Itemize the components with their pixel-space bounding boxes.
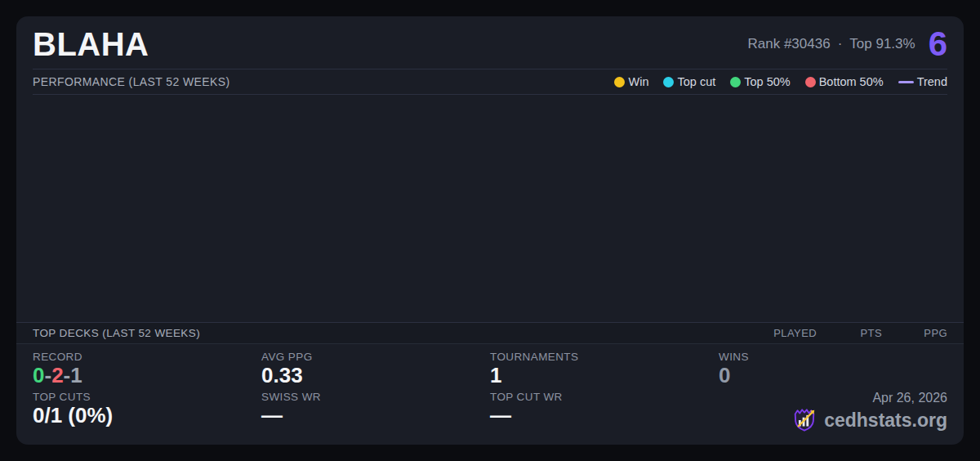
footer-date: Apr 26, 2026 bbox=[872, 391, 947, 405]
stat-tournaments-label: TOURNAMENTS bbox=[490, 351, 719, 363]
stat-top-cuts: TOP CUTS 0/1 (0%) bbox=[33, 391, 261, 433]
stat-avg-ppg: AVG PPG 0.33 bbox=[261, 351, 490, 388]
top-percent-value: Top 91.3% bbox=[849, 36, 915, 52]
rank-value: Rank #30436 bbox=[747, 36, 830, 52]
page-background: BLAHA Rank #30436 · Top 91.3% 6 PERFORMA… bbox=[0, 0, 980, 461]
column-ppg: PPG bbox=[882, 327, 947, 339]
bottom-50-dot-icon bbox=[805, 77, 816, 87]
stat-swiss-wr-value: — bbox=[261, 404, 490, 428]
stat-top-cut-wr-label: TOP CUT WR bbox=[490, 391, 719, 403]
legend-label-top-50: Top 50% bbox=[744, 75, 790, 88]
legend-item-trend: Trend bbox=[898, 75, 947, 88]
chart-legend: Win Top cut Top 50% Bottom 50% Trend bbox=[614, 75, 947, 88]
stat-record-value: 0-2-1 bbox=[33, 364, 261, 388]
player-stats-card: BLAHA Rank #30436 · Top 91.3% 6 PERFORMA… bbox=[16, 16, 964, 445]
count-badge: 6 bbox=[929, 29, 947, 60]
stat-top-cuts-value: 0/1 (0%) bbox=[33, 404, 261, 428]
legend-item-bottom-50: Bottom 50% bbox=[805, 75, 884, 88]
top-decks-columns: PLAYED PTS PPG bbox=[751, 327, 947, 339]
stat-wins: WINS 0 bbox=[719, 351, 947, 388]
top-50-dot-icon bbox=[730, 77, 741, 87]
win-dot-icon bbox=[614, 77, 625, 87]
legend-label-top-cut: Top cut bbox=[677, 75, 715, 88]
stats-grid: RECORD 0-2-1 AVG PPG 0.33 TOURNAMENTS 1 … bbox=[33, 344, 947, 445]
stat-top-cut-wr: TOP CUT WR — bbox=[490, 391, 719, 433]
card-header: BLAHA Rank #30436 · Top 91.3% 6 bbox=[33, 16, 947, 69]
performance-section-title: PERFORMANCE (LAST 52 WEEKS) bbox=[33, 75, 230, 88]
top-decks-header: TOP DECKS (LAST 52 WEEKS) PLAYED PTS PPG bbox=[16, 322, 964, 344]
legend-item-win: Win bbox=[614, 75, 648, 88]
stat-wins-value: 0 bbox=[719, 364, 947, 388]
stat-swiss-wr: SWISS WR — bbox=[261, 391, 490, 433]
stat-top-cut-wr-value: — bbox=[490, 404, 719, 428]
performance-chart bbox=[33, 95, 947, 322]
stat-tournaments-value: 1 bbox=[490, 364, 719, 388]
stat-swiss-wr-label: SWISS WR bbox=[261, 391, 490, 403]
page-title: BLAHA bbox=[33, 26, 149, 62]
legend-item-top-50: Top 50% bbox=[730, 75, 790, 88]
rank-text: Rank #30436 · Top 91.3% bbox=[747, 36, 915, 52]
stat-avg-ppg-label: AVG PPG bbox=[261, 351, 490, 363]
column-pts: PTS bbox=[817, 327, 882, 339]
stat-record: RECORD 0-2-1 bbox=[33, 351, 261, 388]
legend-label-win: Win bbox=[628, 75, 648, 88]
rank-separator: · bbox=[838, 36, 843, 52]
stat-tournaments: TOURNAMENTS 1 bbox=[490, 351, 719, 388]
cedhstats-shield-logo-icon bbox=[791, 407, 817, 433]
record-separator-1: - bbox=[44, 363, 51, 387]
record-draws: 1 bbox=[70, 363, 82, 387]
stat-top-cuts-label: TOP CUTS bbox=[33, 391, 261, 403]
top-cut-dot-icon bbox=[663, 77, 674, 87]
performance-section-header: PERFORMANCE (LAST 52 WEEKS) Win Top cut … bbox=[33, 69, 947, 95]
stat-wins-label: WINS bbox=[719, 351, 947, 363]
footer-cell: Apr 26, 2026 cedhstats.org bbox=[719, 391, 947, 433]
brand-link[interactable]: cedhstats.org bbox=[791, 407, 947, 433]
record-separator-2: - bbox=[64, 363, 71, 387]
stat-avg-ppg-value: 0.33 bbox=[261, 364, 490, 388]
record-losses: 2 bbox=[51, 363, 63, 387]
brand-text: cedhstats.org bbox=[824, 410, 947, 432]
header-right: Rank #30436 · Top 91.3% 6 bbox=[747, 29, 947, 60]
trend-line-icon bbox=[898, 81, 914, 83]
legend-item-top-cut: Top cut bbox=[663, 75, 715, 88]
top-decks-section-title: TOP DECKS (LAST 52 WEEKS) bbox=[33, 327, 200, 339]
legend-label-bottom-50: Bottom 50% bbox=[819, 75, 884, 88]
legend-label-trend: Trend bbox=[917, 75, 947, 88]
stat-record-label: RECORD bbox=[33, 351, 261, 363]
column-played: PLAYED bbox=[751, 327, 817, 339]
record-wins: 0 bbox=[33, 363, 44, 387]
